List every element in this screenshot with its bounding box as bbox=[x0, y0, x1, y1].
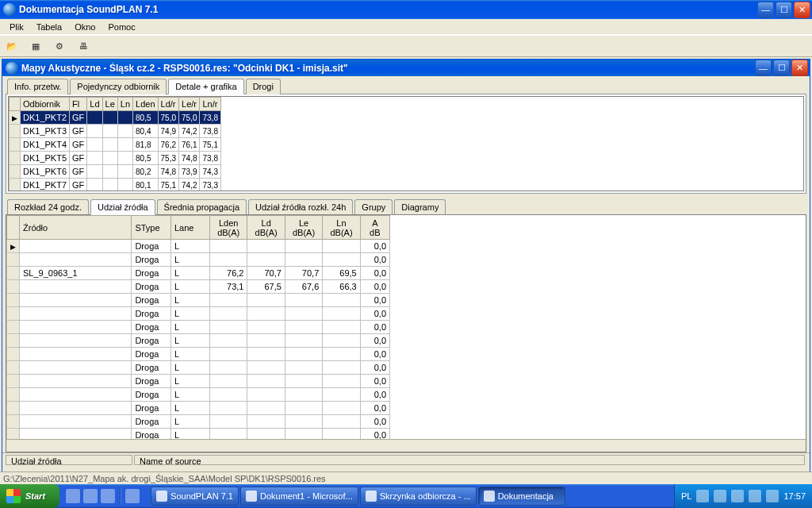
child-maximize-button[interactable]: ☐ bbox=[773, 60, 790, 76]
child-close-button[interactable]: ✕ bbox=[791, 60, 808, 76]
task-button[interactable]: Dokument1 - Microsof... bbox=[240, 487, 358, 506]
tray-clock[interactable]: 17:57 bbox=[783, 491, 806, 501]
child-minimize-button[interactable]: — bbox=[755, 60, 772, 76]
menubar: PlikTabelaOknoPomoc bbox=[0, 19, 812, 35]
table-row[interactable]: DrogaL0,0 bbox=[7, 348, 390, 361]
app-statusbar-path: G:\Zlecenia\2011\N27_Mapa ak. drogi_Śląs… bbox=[0, 471, 812, 484]
status-right: Name of source bbox=[134, 455, 805, 465]
table-row[interactable]: DK1_PKT4GF81,876,276,175,1 bbox=[10, 138, 221, 152]
tab[interactable]: Diagramy bbox=[394, 199, 446, 215]
tab[interactable]: Grupy bbox=[354, 199, 393, 215]
col-header[interactable]: Odbiornik bbox=[21, 98, 70, 111]
col-header[interactable]: Ld bbox=[87, 98, 102, 111]
table-row[interactable]: DrogaL0,0 bbox=[7, 334, 390, 348]
maximize-button[interactable]: ☐ bbox=[776, 2, 792, 18]
table-row[interactable]: DrogaL0,0 bbox=[7, 307, 390, 321]
col-header[interactable]: Źródło bbox=[20, 216, 132, 240]
tab[interactable]: Rozkład 24 godz. bbox=[7, 199, 89, 215]
tab[interactable]: Pojedynczy odbiornik bbox=[70, 79, 167, 94]
table-row[interactable]: DrogaL0,0 bbox=[7, 294, 390, 307]
table-row[interactable]: SL_9_0963_1DrogaL76,270,770,769,50,0 bbox=[7, 267, 390, 280]
col-header[interactable]: LddB(A) bbox=[247, 216, 285, 240]
col-header[interactable]: Lane bbox=[170, 216, 209, 240]
table-row[interactable]: DK1_PKT7GF80,175,174,273,3 bbox=[10, 179, 221, 192]
windows-logo-icon bbox=[6, 489, 21, 503]
table-row[interactable]: DrogaL0,0 bbox=[7, 321, 390, 334]
ql-icon[interactable] bbox=[125, 489, 140, 503]
table-row[interactable]: DK1_PKT5GF80,575,374,873,8 bbox=[10, 152, 221, 165]
ql-icon[interactable] bbox=[66, 489, 80, 503]
col-header[interactable]: AdB bbox=[360, 216, 389, 240]
start-button[interactable]: Start bbox=[0, 484, 59, 508]
table-row[interactable]: DK1_PKT3GF80,474,974,273,8 bbox=[10, 125, 221, 138]
run-icon[interactable]: ⚙ bbox=[52, 39, 67, 53]
status-left: Udział źródła bbox=[6, 455, 132, 465]
tray-icon[interactable] bbox=[731, 490, 744, 502]
taskbar: Start SoundPLAN 7.1Dokument1 - Microsof.… bbox=[0, 484, 812, 508]
table-row[interactable]: DrogaL0,0 bbox=[7, 388, 390, 402]
horizontal-scrollbar[interactable] bbox=[6, 439, 806, 452]
table-row[interactable]: DK1_PKT6GF80,274,873,974,3 bbox=[10, 165, 221, 179]
col-header[interactable]: Fl bbox=[70, 98, 87, 111]
tray-icon[interactable] bbox=[714, 490, 726, 502]
tab[interactable]: Udział źródła rozkł. 24h bbox=[248, 199, 353, 215]
table-row[interactable]: DrogaL0,0 bbox=[7, 240, 390, 253]
col-header[interactable]: Le/r bbox=[179, 98, 200, 111]
sources-grid[interactable]: ŹródłoSTypeLaneLdendB(A)LddB(A)LedB(A)Ln… bbox=[6, 214, 806, 452]
task-label: Dokument1 - Microsof... bbox=[260, 491, 353, 501]
open-icon[interactable]: 📂 bbox=[5, 39, 19, 53]
tab[interactable]: Drogi bbox=[246, 79, 281, 94]
minimize-button[interactable]: — bbox=[757, 2, 774, 18]
col-header[interactable]: Le bbox=[102, 98, 117, 111]
top-tabs: Info. przetw.Pojedynczy odbiornikDetale … bbox=[2, 76, 810, 94]
col-header[interactable]: SType bbox=[132, 216, 170, 240]
ql-icon[interactable] bbox=[101, 489, 115, 503]
table-row[interactable]: DrogaL0,0 bbox=[7, 402, 390, 415]
start-label: Start bbox=[25, 491, 45, 501]
task-icon bbox=[156, 491, 167, 502]
task-button[interactable]: Dokumentacja bbox=[478, 487, 565, 506]
col-header[interactable]: Ln/r bbox=[200, 98, 220, 111]
menu-tabela[interactable]: Tabela bbox=[30, 21, 68, 33]
tray-icon[interactable] bbox=[766, 490, 779, 502]
col-header[interactable]: LndB(A) bbox=[323, 216, 360, 240]
ql-icon[interactable] bbox=[83, 489, 98, 503]
task-button[interactable]: Skrzynka odbiorcza - ... bbox=[360, 487, 477, 506]
menu-pomoc[interactable]: Pomoc bbox=[102, 21, 141, 33]
child-app-icon bbox=[6, 62, 18, 75]
tab[interactable]: Udział źródła bbox=[90, 199, 155, 215]
col-header[interactable]: LdendB(A) bbox=[210, 216, 247, 240]
tray-lang[interactable]: PL bbox=[681, 491, 691, 501]
app-icon bbox=[3, 3, 16, 16]
print-icon[interactable]: 🖶 bbox=[76, 39, 90, 53]
task-label: Dokumentacja bbox=[498, 491, 553, 501]
task-icon bbox=[366, 491, 377, 502]
task-label: SoundPLAN 7.1 bbox=[170, 491, 233, 501]
table-row[interactable]: DK1_PKT2GF80,575,075,073,8 bbox=[10, 111, 221, 125]
close-button[interactable]: ✕ bbox=[794, 2, 810, 18]
receivers-grid[interactable]: OdbiornikFlLdLeLnLdenLd/rLe/rLn/rDK1_PKT… bbox=[8, 96, 804, 191]
menu-okno[interactable]: Okno bbox=[68, 21, 102, 33]
child-statusbar: Udział źródła Name of source bbox=[2, 452, 810, 467]
col-header[interactable]: Lden bbox=[133, 98, 158, 111]
menu-plik[interactable]: Plik bbox=[3, 21, 30, 33]
table-row[interactable]: DrogaL0,0 bbox=[7, 375, 390, 388]
tab[interactable]: Detale + grafika bbox=[168, 79, 243, 94]
task-buttons: SoundPLAN 7.1Dokument1 - Microsof...Skrz… bbox=[146, 487, 674, 506]
table-row[interactable]: DrogaL0,0 bbox=[7, 361, 390, 375]
col-header[interactable]: LedB(A) bbox=[285, 216, 322, 240]
table-row[interactable]: DrogaL0,0 bbox=[7, 415, 390, 429]
tab[interactable]: Średnia propagacja bbox=[157, 199, 247, 215]
task-button[interactable]: SoundPLAN 7.1 bbox=[151, 487, 239, 506]
tray-icon[interactable] bbox=[696, 490, 709, 502]
tab[interactable]: Info. przetw. bbox=[7, 79, 68, 94]
top-tab-body: OdbiornikFlLdLeLnLdenLd/rLe/rLn/rDK1_PKT… bbox=[6, 94, 806, 194]
tray-icon[interactable] bbox=[749, 490, 761, 502]
table-icon[interactable]: ▦ bbox=[29, 39, 43, 53]
col-header[interactable]: Ln bbox=[117, 98, 132, 111]
col-header[interactable]: Ld/r bbox=[158, 98, 178, 111]
table-row[interactable]: DrogaL73,167,567,666,30,0 bbox=[7, 280, 390, 294]
quick-launch bbox=[59, 487, 146, 505]
child-window: Mapy Akustyczne - Śląsk cz.2 - RSPS0016.… bbox=[2, 59, 810, 479]
table-row[interactable]: DrogaL0,0 bbox=[7, 253, 390, 267]
